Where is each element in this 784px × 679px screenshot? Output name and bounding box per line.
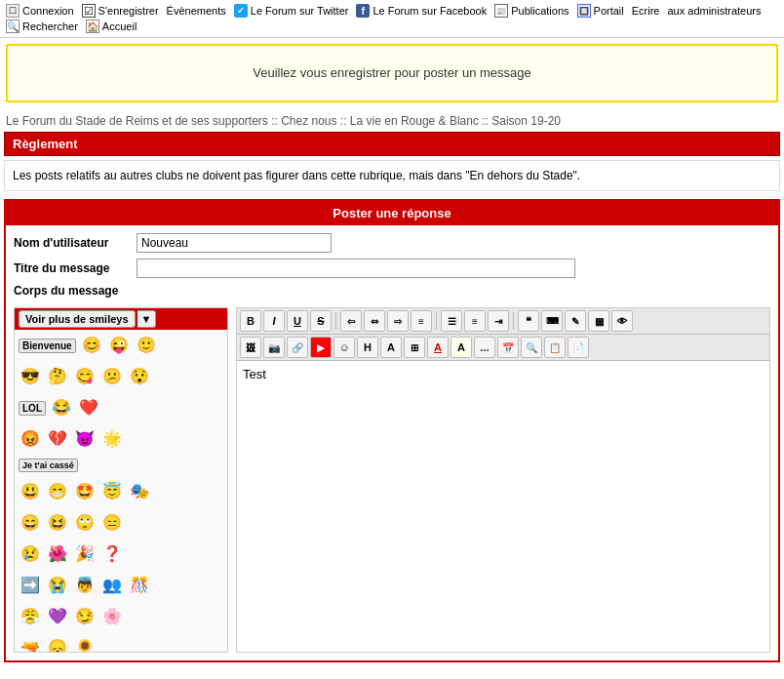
nav-admins[interactable]: aux administrateurs bbox=[667, 5, 761, 17]
smileys-dropdown[interactable]: ▼ bbox=[137, 310, 157, 328]
list-ul-button[interactable]: ☰ bbox=[441, 310, 462, 332]
zoom-button[interactable]: 🔍 bbox=[521, 337, 542, 358]
edit-button[interactable]: ✎ bbox=[565, 310, 586, 332]
publications-icon: 📰 bbox=[494, 4, 508, 18]
grid-button[interactable]: ⊞ bbox=[404, 337, 425, 358]
align-center-button[interactable]: ⇔ bbox=[364, 310, 385, 332]
smiley-emoji-39[interactable]: 🌻 bbox=[73, 636, 97, 652]
smiley-emoji-3[interactable]: 🙂 bbox=[135, 334, 158, 357]
smiley-emoji-33[interactable]: 😤 bbox=[19, 605, 42, 628]
smiley-emoji-4[interactable]: 😎 bbox=[19, 365, 42, 388]
bold-button[interactable]: B bbox=[240, 310, 261, 332]
indent-button[interactable]: ⇥ bbox=[488, 310, 509, 332]
preview-button[interactable]: 👁 bbox=[611, 310, 633, 332]
nav-ecrire[interactable]: Ecrire bbox=[632, 5, 660, 17]
nav-twitter[interactable]: ✓ Le Forum sur Twitter bbox=[234, 4, 349, 18]
smiley-emoji-8[interactable]: 😯 bbox=[128, 365, 151, 388]
title-input[interactable] bbox=[137, 259, 575, 278]
smileys-button[interactable]: Voir plus de smileys bbox=[19, 310, 136, 328]
code-button[interactable]: ⌨ bbox=[541, 310, 563, 332]
ecrire-label: Ecrire bbox=[632, 5, 660, 17]
heading-button[interactable]: H bbox=[357, 337, 378, 358]
smiley-emoji-38[interactable]: 😞 bbox=[46, 636, 69, 652]
nav-register[interactable]: ☑ S'enregistrer bbox=[82, 4, 159, 18]
username-label: Nom d'utilisateur bbox=[14, 236, 131, 250]
highlight-button[interactable]: A bbox=[451, 337, 472, 358]
smiley-emoji-19[interactable]: 🎭 bbox=[128, 480, 151, 503]
breadcrumb-text: Le Forum du Stade de Reims et de ses sup… bbox=[6, 114, 561, 128]
smiley-emoji-31[interactable]: 👥 bbox=[100, 574, 124, 597]
smiley-emoji-1[interactable]: 😊 bbox=[80, 334, 103, 357]
smiley-emoji-6[interactable]: 😋 bbox=[73, 365, 97, 388]
calendar-button[interactable]: 📅 bbox=[497, 337, 519, 358]
media-button[interactable]: 📷 bbox=[263, 337, 285, 358]
smiley-emoji-34[interactable]: 💜 bbox=[46, 605, 69, 628]
smiley-emoji-5[interactable]: 🤔 bbox=[46, 365, 69, 388]
smiley-emoji-13[interactable]: 😈 bbox=[73, 427, 97, 451]
smiley-emoji-36[interactable]: 🌸 bbox=[100, 605, 124, 628]
align-justify-button[interactable]: ≡ bbox=[411, 310, 432, 332]
table-button[interactable]: ▦ bbox=[588, 310, 609, 332]
smiley-emoji-26[interactable]: 🎉 bbox=[73, 542, 97, 566]
username-input[interactable] bbox=[137, 233, 332, 253]
italic-button[interactable]: I bbox=[263, 310, 285, 332]
smiley-emoji-24[interactable]: 😢 bbox=[19, 542, 42, 566]
smiley-emoji-30[interactable]: 👼 bbox=[73, 574, 97, 597]
link-button[interactable]: 🔗 bbox=[287, 337, 308, 358]
paste-button[interactable]: 📄 bbox=[568, 337, 589, 358]
smiley-emoji-35[interactable]: 😏 bbox=[73, 605, 97, 628]
smiley-emoji-12[interactable]: 💔 bbox=[46, 427, 69, 451]
smiley-emoji-7[interactable]: 😕 bbox=[100, 365, 124, 388]
smiley-emoji-14[interactable]: 🌟 bbox=[100, 427, 124, 451]
more-button[interactable]: … bbox=[474, 337, 495, 358]
smiley-emoji-18[interactable]: 😇 bbox=[100, 480, 124, 503]
underline-button[interactable]: U bbox=[287, 310, 308, 332]
nav-publications[interactable]: 📰 Publications bbox=[494, 4, 568, 18]
smiley-emoji-37[interactable]: 🔫 bbox=[19, 636, 42, 652]
strike-button[interactable]: S bbox=[310, 310, 332, 332]
nav-facebook[interactable]: f Le Forum sur Facebook bbox=[356, 4, 487, 18]
smile-button[interactable]: ☺ bbox=[333, 337, 355, 358]
smiley-emoji-25[interactable]: 🌺 bbox=[46, 542, 69, 566]
nav-events[interactable]: Évènements bbox=[167, 5, 226, 17]
nav-rechercher[interactable]: 🔍 Rechercher bbox=[6, 20, 78, 33]
title-row: Titre du message bbox=[14, 259, 770, 278]
smiley-lol[interactable]: LOL bbox=[19, 401, 46, 416]
smiley-emoji-27[interactable]: ❓ bbox=[100, 542, 124, 566]
smiley-emoji-23[interactable]: 😑 bbox=[100, 511, 124, 535]
quote-button[interactable]: ❝ bbox=[518, 310, 539, 332]
nav-accueil[interactable]: 🏠 Accueil bbox=[86, 20, 137, 33]
smiley-emoji-10[interactable]: ❤️ bbox=[77, 396, 100, 419]
smiley-emoji-20[interactable]: 😄 bbox=[19, 511, 42, 535]
post-form-title: Poster une réponse bbox=[333, 206, 451, 220]
smiley-emoji-16[interactable]: 😁 bbox=[46, 480, 69, 503]
toolbar-separator-3 bbox=[513, 312, 514, 330]
breadcrumb: Le Forum du Stade de Reims et de ses sup… bbox=[0, 108, 784, 132]
smiley-emoji-9[interactable]: 😂 bbox=[50, 396, 73, 419]
smiley-emoji-17[interactable]: 🤩 bbox=[73, 480, 97, 503]
align-right-button[interactable]: ⇨ bbox=[387, 310, 409, 332]
smiley-emoji-22[interactable]: 🙄 bbox=[73, 511, 97, 535]
twitter-icon: ✓ bbox=[234, 4, 248, 18]
fontcolor-button[interactable]: A bbox=[427, 337, 449, 358]
smiley-emoji-15[interactable]: 😃 bbox=[19, 480, 42, 503]
message-body-textarea[interactable]: Test bbox=[237, 361, 769, 652]
smiley-emoji-11[interactable]: 😡 bbox=[19, 427, 42, 451]
smiley-bienvenue[interactable]: Bienvenue bbox=[19, 339, 76, 353]
smiley-jecas[interactable]: Je t'ai cassé bbox=[19, 459, 78, 472]
smiley-emoji-21[interactable]: 😆 bbox=[46, 511, 69, 535]
list-ol-button[interactable]: ≡ bbox=[464, 310, 486, 332]
nav-connexion[interactable]: ☐ Connexion bbox=[6, 4, 74, 18]
smiley-emoji-29[interactable]: 😭 bbox=[46, 574, 69, 597]
smiley-emoji-28[interactable]: ➡️ bbox=[19, 574, 42, 597]
banner-message: Veuillez vous enregistrer pour poster un… bbox=[253, 65, 530, 80]
smileys-scroll[interactable]: Bienvenue 😊 😜 🙂 😎 🤔 😋 😕 😯 LOL bbox=[15, 330, 227, 652]
youtube-button[interactable]: ▶ bbox=[310, 337, 332, 358]
smiley-emoji-32[interactable]: 🎊 bbox=[128, 574, 151, 597]
nav-portail[interactable]: 🔲 Portail bbox=[577, 4, 624, 18]
smiley-emoji-2[interactable]: 😜 bbox=[107, 334, 131, 357]
image-button[interactable]: 🖼 bbox=[240, 337, 261, 358]
align-left-button[interactable]: ⇦ bbox=[340, 310, 362, 332]
fontsize-button[interactable]: A bbox=[380, 337, 402, 358]
copy-button[interactable]: 📋 bbox=[544, 337, 566, 358]
